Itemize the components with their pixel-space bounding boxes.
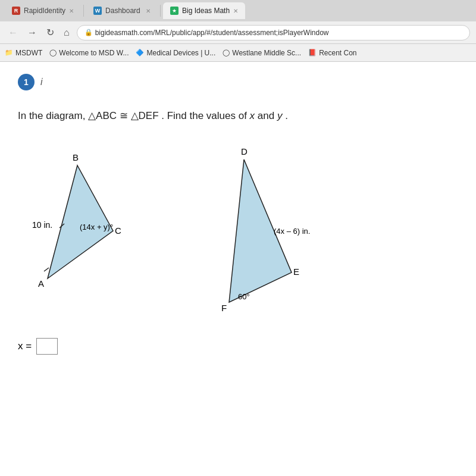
tab-bar: R RapidIdentity ✕ W Dashboard ✕ ★ Big Id… (0, 0, 476, 21)
tab-bigideasmath[interactable]: ★ Big Ideas Math ✕ (163, 2, 245, 19)
svg-line-2 (44, 268, 49, 271)
bookmark-icon-welcome: ◯ (49, 49, 57, 57)
bookmark-welcome[interactable]: ◯ Welcome to MSD W... (49, 49, 129, 57)
home-button[interactable]: ⌂ (61, 26, 72, 39)
tab-separator-2 (160, 5, 161, 17)
tab-close-dashboard[interactable]: ✕ (146, 8, 151, 14)
bookmark-msdwt[interactable]: 📁 MSDWT (5, 49, 42, 57)
bookmark-medical[interactable]: 🔷 Medical Devices | U... (136, 49, 215, 57)
diagram-area: B C A (14x + y)° 10 in. D E F (4x – 6) i… (18, 142, 458, 314)
label-a: A (38, 278, 44, 289)
bookmark-label-msdwt: MSDWT (15, 49, 42, 57)
answer-row: x = (18, 338, 458, 355)
tab-label-bigideasmath: Big Ideas Math (182, 7, 230, 15)
browser-chrome: R RapidIdentity ✕ W Dashboard ✕ ★ Big Id… (0, 0, 476, 62)
lock-icon: 🔒 (84, 29, 93, 36)
tab-close-rapididentity[interactable]: ✕ (69, 8, 74, 14)
side-label-ab: 10 in. (32, 220, 52, 230)
tab-close-bigideasmath[interactable]: ✕ (233, 8, 238, 14)
question-number: 1 (18, 74, 35, 90)
forward-button[interactable]: → (25, 26, 39, 39)
bookmarks-bar: 📁 MSDWT ◯ Welcome to MSD W... 🔷 Medical … (0, 44, 476, 62)
bookmark-label-welcome: Welcome to MSD W... (59, 49, 129, 57)
label-f: F (221, 303, 227, 313)
tab-separator-1 (83, 5, 84, 17)
question-header: 1 i (18, 74, 458, 90)
bookmark-westlane[interactable]: ◯ Westlane Middle Sc... (223, 49, 301, 57)
address-bar: ← → ↻ ⌂ 🔒 bigideasmath.com/MRL/public/ap… (0, 21, 476, 44)
page-content: 1 i In the diagram, △ABC ≅ △DEF . Find t… (0, 62, 476, 476)
bookmark-icon-westlane: ◯ (223, 49, 230, 57)
bookmark-icon-recent: 📕 (308, 49, 317, 57)
svg-marker-0 (48, 165, 113, 278)
bookmark-icon-msdwt: 📁 (5, 49, 13, 57)
angle-label-f: 60° (238, 292, 250, 301)
tab-rapididentity[interactable]: R RapidIdentity ✕ (5, 2, 81, 19)
label-d: D (241, 146, 248, 156)
question-area: 1 i In the diagram, △ABC ≅ △DEF . Find t… (0, 62, 476, 367)
tab-icon-bigideasmath: ★ (170, 7, 178, 15)
bookmark-icon-medical: 🔷 (136, 49, 144, 57)
tab-icon-rapididentity: R (12, 7, 20, 15)
tab-icon-dashboard: W (93, 7, 102, 15)
bookmark-recent[interactable]: 📕 Recent Con (308, 49, 356, 57)
answer-x-label: x = (18, 340, 32, 352)
tab-label-dashboard: Dashboard (105, 7, 140, 15)
tab-label-rapididentity: RapidIdentity (24, 7, 65, 15)
question-info-icon: i (40, 77, 43, 87)
label-e: E (293, 267, 299, 277)
question-text: In the diagram, △ABC ≅ △DEF . Find the v… (18, 108, 458, 124)
reload-button[interactable]: ↻ (44, 26, 57, 39)
back-button[interactable]: ← (6, 26, 20, 39)
label-b: B (73, 152, 79, 162)
tab-dashboard[interactable]: W Dashboard ✕ (86, 2, 158, 19)
bookmark-label-westlane: Westlane Middle Sc... (232, 49, 301, 57)
triangle-def: D E F (4x – 6) in. 60° (196, 142, 315, 314)
angle-label-abc: (14x + y)° (80, 223, 113, 231)
answer-x-input[interactable] (36, 338, 58, 355)
side-label-de: (4x – 6) in. (274, 227, 310, 236)
triangle-abc: B C A (14x + y)° 10 in. (30, 142, 149, 296)
address-input[interactable]: 🔒 bigideasmath.com/MRL/public/app/#/stud… (77, 25, 470, 40)
label-c: C (115, 226, 121, 236)
bookmark-label-recent: Recent Con (319, 49, 356, 57)
bookmark-label-medical: Medical Devices | U... (146, 49, 215, 57)
url-text: bigideasmath.com/MRL/public/app/#/studen… (95, 29, 329, 37)
